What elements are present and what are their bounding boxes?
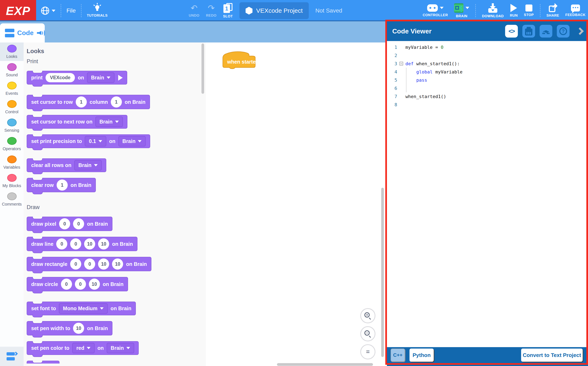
draw-rectangle-block[interactable]: draw rectangle001010on Brain	[27, 257, 151, 271]
number-input[interactable]: 1	[57, 180, 68, 191]
block-text: on	[78, 75, 84, 81]
number-input[interactable]: 10	[89, 279, 100, 290]
set-cursor-next-row-block[interactable]: set cursor to next row onBrain	[27, 115, 127, 129]
device-info-button[interactable]	[522, 25, 535, 38]
globe-icon	[41, 6, 50, 15]
slot-button[interactable]: 1 SLOT	[223, 3, 233, 18]
number-input[interactable]: 0	[61, 279, 72, 290]
number-input[interactable]: 10	[73, 323, 84, 334]
line-number: 8	[387, 102, 397, 107]
programming-canvas[interactable]: when started + − =	[206, 42, 385, 366]
draw-pixel-block[interactable]: draw pixel00on Brain	[27, 217, 112, 231]
stop-button[interactable]: STOP	[524, 5, 534, 17]
number-input[interactable]: 0	[75, 279, 86, 290]
fold-toggle-icon[interactable]: −	[399, 62, 403, 65]
dropdown[interactable]: Mono Medium	[59, 303, 108, 314]
when-started-block[interactable]: when started	[221, 51, 257, 69]
dropdown[interactable]: Brain	[87, 72, 115, 83]
code-editor[interactable]: 1myVariable = 023−def when_started1():4 …	[387, 41, 586, 347]
sidebar-item-comments[interactable]: Comments	[0, 190, 23, 209]
tutorials-button[interactable]: TUTORIALS	[87, 4, 107, 18]
zoom-in-button[interactable]: +	[360, 308, 375, 323]
dropdown[interactable]: Brain	[74, 160, 102, 170]
zoom-reset-button[interactable]: =	[360, 344, 375, 359]
undo-button[interactable]: ↶ UNDO	[189, 4, 199, 18]
code-line: 3−def when_started1():	[387, 60, 586, 68]
dropdown[interactable]: Brain	[107, 343, 134, 353]
draw-line-block[interactable]: draw line001010on Brain	[27, 237, 137, 251]
controller-button[interactable]: CONTROLLER	[423, 4, 448, 17]
number-input[interactable]: 10	[98, 259, 109, 270]
collapse-panel-chevron-icon[interactable]	[576, 28, 584, 35]
tab-code[interactable]: Code	[0, 23, 45, 42]
redo-button[interactable]: ↷ REDO	[206, 4, 216, 18]
play-icon[interactable]	[118, 75, 123, 81]
sidebar-list: LooksSoundEventsControlSensingOperatorsV…	[0, 42, 23, 209]
code-line: 4 global myVariable	[387, 68, 586, 76]
number-input[interactable]: 0	[73, 218, 84, 229]
number-input[interactable]: 1	[76, 96, 87, 107]
toggle-palette-icon[interactable]	[7, 352, 17, 361]
number-input[interactable]: 10	[84, 238, 95, 250]
code-viewer-tab-button[interactable]: <>	[505, 25, 518, 38]
brain-icon	[454, 3, 464, 13]
speaker-icon[interactable]	[37, 30, 45, 37]
convert-to-text-project-button[interactable]: Convert to Text Project	[521, 349, 583, 362]
number-input[interactable]: 0	[59, 218, 70, 229]
sidebar-item-my-blocks[interactable]: My Blocks	[0, 172, 23, 190]
cpp-language-button[interactable]: C++	[391, 349, 405, 362]
palette-category-heading: Looks	[27, 48, 202, 54]
set-cursor-row-column-block[interactable]: set cursor to row1column1on Brain	[27, 95, 150, 109]
set-print-precision-block[interactable]: set print precision to0.1onBrain	[27, 134, 150, 148]
number-input[interactable]: 0	[70, 238, 81, 250]
dropdown[interactable]: 0.1	[85, 136, 106, 146]
chevron-down-icon	[107, 76, 110, 79]
palette-scrollbar[interactable]	[201, 44, 204, 94]
number-input[interactable]: 0	[84, 259, 95, 270]
language-button[interactable]	[41, 6, 55, 15]
block-text: draw circle	[31, 281, 58, 287]
number-input[interactable]: 0	[56, 238, 67, 250]
share-button[interactable]: SHARE	[547, 4, 559, 18]
zoom-out-button[interactable]: −	[360, 326, 375, 341]
sidebar-item-sound[interactable]: Sound	[0, 61, 23, 79]
sidebar-item-control[interactable]: Control	[0, 98, 23, 116]
sidebar-item-looks[interactable]: Looks	[0, 42, 23, 61]
number-input[interactable]: 10	[98, 238, 109, 250]
set-pen-width-block[interactable]: set pen width to10on Brain	[27, 321, 112, 336]
sidebar-item-operators[interactable]: Operators	[0, 135, 23, 153]
dropdown[interactable]: red	[72, 343, 95, 353]
number-input[interactable]: 10	[112, 259, 123, 270]
feedback-button[interactable]: FEEDBACK	[565, 5, 586, 17]
code-text: pass	[405, 77, 427, 83]
set-pen-color-block[interactable]: set pen color toredonBrain	[27, 341, 139, 355]
sidebar-item-sensing[interactable]: Sensing	[0, 116, 23, 135]
canvas-horizontal-scrollbar[interactable]	[277, 363, 373, 366]
dashboard-button[interactable]	[540, 25, 552, 38]
stop-icon	[526, 5, 532, 11]
text-input[interactable]: VEXcode	[46, 73, 75, 82]
clear-all-rows-block[interactable]: clear all rows onBrain	[27, 158, 106, 172]
zoom-in-icon: +	[364, 312, 371, 319]
dropdown[interactable]: Brain	[95, 116, 123, 127]
draw-circle-block[interactable]: draw circle0010on Brain	[27, 277, 128, 291]
project-title-button[interactable]: VEXcode Project	[239, 2, 309, 19]
sidebar-item-events[interactable]: Events	[0, 79, 23, 98]
download-button[interactable]: DOWNLOAD	[482, 3, 504, 18]
brain-button[interactable]: BRAIN	[454, 3, 469, 18]
python-language-button[interactable]: Python	[410, 349, 434, 362]
number-input[interactable]: 0	[70, 259, 81, 270]
dropdown[interactable]: Brain	[118, 136, 146, 146]
chevron-down-icon	[126, 347, 130, 349]
sidebar-item-variables[interactable]: Variables	[0, 153, 23, 172]
set-font-block[interactable]: set font toMono Mediumon Brain	[27, 302, 136, 315]
block-text: clear all rows on	[31, 162, 71, 168]
clear-row-block[interactable]: clear row1on Brain	[27, 178, 96, 192]
help-button[interactable]: ?	[557, 25, 570, 38]
print-block[interactable]: printVEXcodeonBrain	[27, 71, 127, 84]
number-input[interactable]: 1	[111, 96, 122, 107]
canvas-vertical-scrollbar[interactable]	[381, 188, 384, 357]
file-menu-button[interactable]: File	[67, 8, 76, 14]
partial-block[interactable]	[27, 361, 60, 364]
run-button[interactable]: RUN	[510, 4, 518, 18]
